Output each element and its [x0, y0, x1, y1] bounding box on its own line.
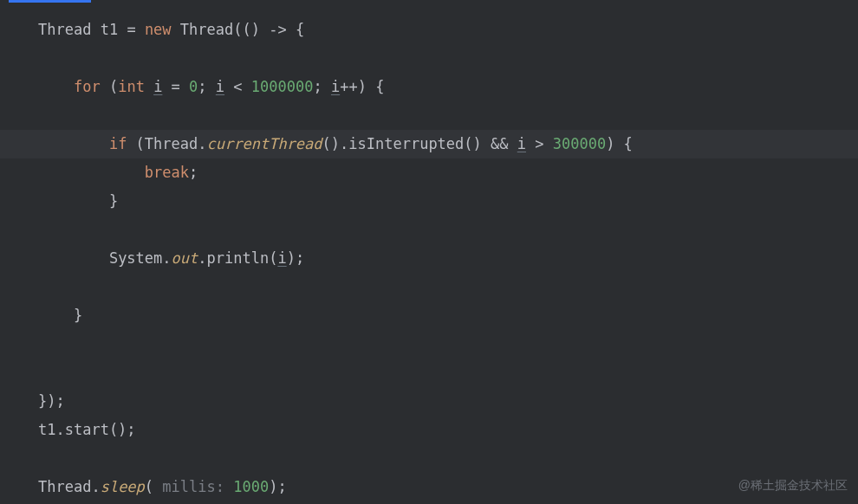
variable: i — [331, 78, 340, 95]
variable: i — [216, 78, 224, 95]
code-line: } — [38, 187, 858, 216]
variable: i — [153, 78, 162, 95]
keyword-for: for — [74, 78, 101, 95]
code-line: t1.start(); — [38, 416, 858, 444]
code-line — [38, 273, 858, 301]
variable: i — [277, 249, 286, 267]
keyword-break: break — [145, 164, 189, 181]
code-line-highlighted: if (Thread.currentThread().isInterrupted… — [0, 130, 858, 158]
code-line: for (int i = 0; i < 1000000; i++) { — [38, 73, 858, 101]
tab-indicator — [9, 0, 91, 3]
number: 300000 — [553, 135, 606, 152]
number: 1000 — [233, 478, 269, 495]
type-name: Thread — [38, 21, 91, 38]
code-line — [38, 444, 858, 473]
parameter-hint: millis: — [162, 478, 233, 495]
code-line — [38, 101, 858, 130]
static-method: currentThread — [207, 135, 322, 152]
keyword-new: new — [145, 21, 172, 38]
code-line: Thread t1 = new Thread(() -> { — [38, 16, 858, 44]
code-line — [38, 216, 858, 244]
code-line — [38, 359, 858, 387]
code-line: }); — [38, 387, 858, 416]
watermark: @稀土掘金技术社区 — [738, 474, 848, 497]
keyword-int: int — [118, 78, 145, 95]
keyword-if: if — [109, 135, 127, 152]
code-editor[interactable]: Thread t1 = new Thread(() -> { for (int … — [0, 0, 858, 501]
static-method: sleep — [101, 478, 145, 495]
variable: t1 — [101, 21, 118, 38]
code-line: } — [38, 301, 858, 330]
variable: i — [517, 135, 526, 152]
code-line: break; — [38, 158, 858, 187]
static-field: out — [172, 249, 198, 267]
number: 1000000 — [251, 78, 314, 95]
number: 0 — [189, 78, 198, 95]
code-line — [38, 44, 858, 73]
code-line: System.out.println(i); — [38, 244, 858, 273]
code-line: Thread.sleep( millis: 1000); — [38, 473, 858, 501]
code-line — [38, 330, 858, 359]
